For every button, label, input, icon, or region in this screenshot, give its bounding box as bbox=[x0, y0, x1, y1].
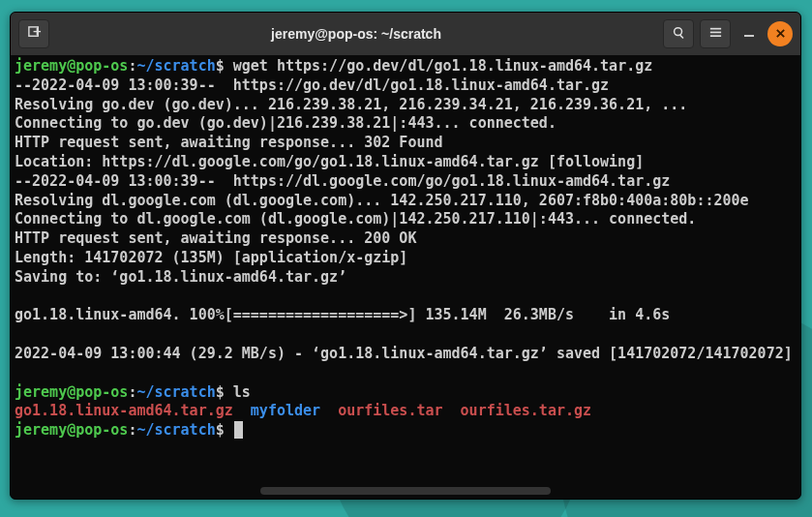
ls-item-archive: ourfiles.tar bbox=[338, 402, 442, 419]
output-line: Saving to: ‘go1.18.linux-amd64.tar.gz’ bbox=[15, 268, 346, 286]
output-line: Location: https://dl.google.com/go/go1.1… bbox=[15, 153, 644, 170]
close-button[interactable] bbox=[767, 21, 793, 46]
prompt-path: ~/scratch bbox=[136, 57, 215, 75]
output-line: --2022-04-09 13:00:39-- https://dl.googl… bbox=[15, 172, 670, 190]
prompt-user: jeremy@pop-os bbox=[15, 383, 128, 401]
prompt-user: jeremy@pop-os bbox=[15, 421, 128, 439]
svg-point-3 bbox=[674, 27, 681, 35]
new-tab-icon bbox=[27, 25, 42, 44]
prompt-path: ~/scratch bbox=[136, 421, 215, 439]
output-line: Connecting to go.dev (go.dev)|216.239.38… bbox=[15, 114, 556, 132]
output-line: go1.18.linux-amd64. 100%[===============… bbox=[15, 306, 670, 323]
ls-item-archive: go1.18.linux-amd64.tar.gz bbox=[15, 402, 233, 419]
svg-rect-2 bbox=[36, 27, 37, 35]
output-line: Resolving dl.google.com (dl.google.com).… bbox=[15, 192, 749, 209]
prompt-dollar: $ bbox=[216, 421, 233, 439]
svg-rect-8 bbox=[744, 35, 754, 37]
search-icon bbox=[672, 25, 686, 44]
prompt-path: ~/scratch bbox=[136, 383, 215, 401]
output-line: 2022-04-09 13:00:44 (29.2 MB/s) - ‘go1.1… bbox=[15, 345, 793, 362]
titlebar[interactable]: jeremy@pop-os: ~/scratch bbox=[11, 13, 800, 55]
search-button[interactable] bbox=[663, 19, 694, 48]
menu-button[interactable] bbox=[700, 19, 731, 48]
horizontal-scrollbar[interactable] bbox=[260, 487, 551, 495]
terminal-window: jeremy@pop-os: ~/scratch bbox=[10, 12, 801, 500]
output-line: HTTP request sent, awaiting response... … bbox=[15, 134, 443, 151]
output-line: HTTP request sent, awaiting response... … bbox=[15, 229, 416, 247]
prompt-dollar: $ bbox=[216, 57, 233, 75]
svg-rect-7 bbox=[709, 35, 720, 37]
output-line: --2022-04-09 13:00:39-- https://go.dev/d… bbox=[15, 76, 609, 94]
svg-rect-4 bbox=[679, 34, 683, 38]
output-line: Resolving go.dev (go.dev)... 216.239.38.… bbox=[15, 96, 687, 113]
window-title: jeremy@pop-os: ~/scratch bbox=[49, 26, 663, 42]
svg-rect-5 bbox=[709, 27, 720, 29]
terminal-body[interactable]: jeremy@pop-os:~/scratch$ wget https://go… bbox=[11, 55, 800, 499]
command-text: wget https://go.dev/dl/go1.18.linux-amd6… bbox=[233, 57, 652, 75]
cursor bbox=[234, 421, 243, 439]
minimize-icon bbox=[743, 25, 755, 43]
new-tab-button[interactable] bbox=[18, 19, 49, 48]
command-text: ls bbox=[233, 383, 251, 401]
close-icon bbox=[775, 25, 786, 43]
output-line: Length: 141702072 (135M) [application/x-… bbox=[15, 249, 407, 266]
hamburger-icon bbox=[708, 25, 723, 44]
output-line: Connecting to dl.google.com (dl.google.c… bbox=[15, 210, 696, 228]
prompt-dollar: $ bbox=[216, 383, 233, 401]
ls-item-archive: ourfiles.tar.gz bbox=[461, 402, 591, 419]
ls-item-dir: myfolder bbox=[251, 402, 320, 419]
minimize-button[interactable] bbox=[737, 21, 762, 46]
svg-rect-6 bbox=[709, 31, 720, 33]
prompt-user: jeremy@pop-os bbox=[15, 57, 128, 75]
